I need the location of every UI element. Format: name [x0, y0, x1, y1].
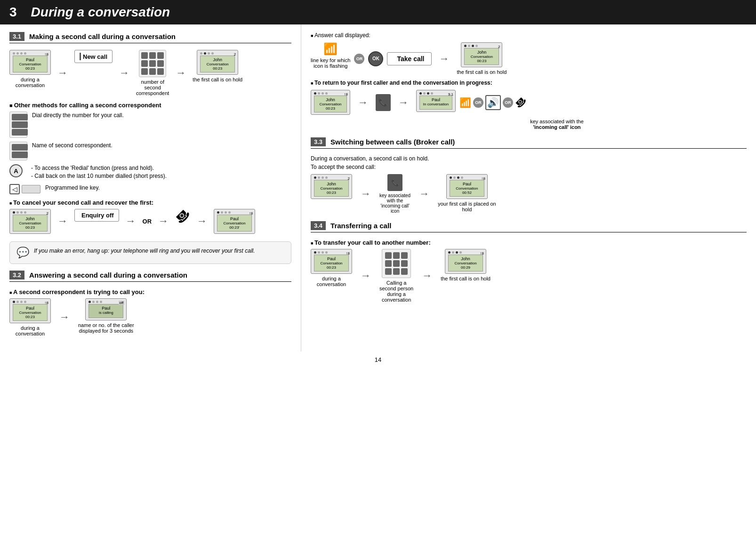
- note-box: 💬 If you make an error, hang up: your te…: [9, 241, 291, 264]
- s34-display-1: ↑8 Paul Conversation 00:23: [311, 249, 352, 274]
- s33-arrow-2: →: [419, 188, 429, 200]
- s33-incoming-key[interactable]: 📞: [387, 174, 402, 191]
- section-34-num: 3.4: [311, 221, 326, 230]
- line-key-label: line key for which icon is flashing: [311, 57, 350, 69]
- section-31-bar: 3.1 Making a second call during a conver…: [9, 32, 291, 43]
- method-1: Dial directly the number for your call.: [9, 112, 291, 138]
- section-31-flow: ↑8 Paul Conversation 00:23 during a conv…: [9, 50, 291, 96]
- cancel-phone-1: 2 John Conversation 00:23: [9, 209, 51, 234]
- return-display-2: 9.1 Paul In conversation: [416, 90, 456, 112]
- section-34-bar: 3.4 Transferring a call: [311, 221, 747, 232]
- or-badge-1: OR: [354, 54, 364, 64]
- section-32: 3.2 Answering a second call during a con…: [9, 271, 291, 336]
- flow-new-call: New call: [74, 50, 113, 63]
- section-number: 3: [9, 5, 17, 20]
- return-arrow-1: →: [358, 96, 368, 109]
- answer-header: Answer call displayed:: [311, 32, 747, 39]
- section-33-bar: 3.3 Switching between calls (Broker call…: [311, 137, 747, 149]
- section-32-title: Answering a second call during a convers…: [29, 271, 187, 279]
- section-32-sub: A second correspondent is trying to call…: [9, 288, 291, 295]
- s34-calling-label: Calling a second person during a convers…: [379, 280, 413, 303]
- method-3-icon: A: [9, 164, 26, 177]
- s32-phone-1: ↑8 Paul Conversation 00:23 during a conv…: [9, 298, 51, 336]
- phone-display-1: ↑8 Paul Conversation 00:23: [9, 50, 51, 75]
- main-content: 3.1 Making a second call during a conver…: [0, 24, 756, 351]
- s33-phone-1: 2 John Conversation 00:23: [311, 174, 352, 199]
- section-34-flow: ↑8 Paul Conversation 00:23 during a conv…: [311, 249, 747, 303]
- s34-label-1: during a conversation: [317, 276, 346, 287]
- hangup-icon-2: ☎: [513, 94, 529, 111]
- s33-display-2: ↑8 Paul Conversation 00:52: [446, 174, 488, 199]
- cancel-arrow-2: →: [126, 215, 136, 227]
- keypad-icon: [139, 50, 166, 77]
- answer-flow: 📶 line key for which icon is flashing OR…: [311, 42, 747, 75]
- section-32-flow: ↑8 Paul Conversation 00:23 during a conv…: [9, 298, 291, 336]
- s32-label-2: name or no. of the caller displayed for …: [78, 322, 134, 334]
- s33-label-2: your first call is placed on hold: [438, 201, 496, 212]
- s33-key-label: key associated with the 'incoming call' …: [379, 193, 410, 214]
- return-screen-1: John Conversation 00:23: [314, 96, 347, 112]
- page-header: 3 During a conversation: [0, 0, 756, 24]
- other-methods-section: Other methods for calling a second corre…: [9, 102, 291, 194]
- arrow-2: →: [119, 67, 129, 79]
- s32-label-1: during a conversation: [16, 325, 45, 336]
- flow-phone-2: 2 John Conversation 00:23 the first call…: [193, 50, 242, 82]
- s32-phone-2: off Paul is calling name or no. of the c…: [78, 298, 134, 334]
- hangup-icon: ☎: [172, 206, 193, 227]
- cancel-screen-2: Paul Conversation 00:23': [217, 215, 252, 232]
- cancel-arrow-3: →: [158, 215, 169, 227]
- method-3-text: - To access the 'Redial' function (press…: [31, 164, 167, 180]
- flow-label-3: the first call is on hold: [193, 77, 242, 82]
- method-1-icon: [9, 112, 27, 138]
- method-3: A - To access the 'Redial' function (pre…: [9, 164, 291, 180]
- s34-arrow-1: →: [361, 270, 371, 282]
- section-33-intro-1: During a conversation, a second call is …: [311, 155, 747, 162]
- ok-nav-button[interactable]: OK: [368, 51, 383, 66]
- incoming-icon-item: 📞: [376, 94, 391, 111]
- s32-screen-1: Paul Conversation 00:23: [13, 304, 48, 321]
- s34-keypad-icon: [382, 249, 411, 278]
- return-arrow-2: →: [398, 96, 409, 109]
- cancel-display-1: 2 John Conversation 00:23: [9, 209, 51, 234]
- new-call-button[interactable]: New call: [74, 50, 113, 63]
- section-title: During a conversation: [31, 5, 170, 20]
- s32-arrow-1: →: [59, 311, 70, 323]
- section-31-num: 3.1: [9, 32, 24, 41]
- enquiry-off-button[interactable]: Enquiry off: [74, 209, 119, 222]
- method-4-text: Programmed line key.: [45, 184, 100, 192]
- section-34-sub: To transfer your call to another number:: [311, 239, 747, 246]
- s33-phone-2: ↑8 Paul Conversation 00:52 your first ca…: [438, 174, 496, 212]
- s32-display-1: ↑8 Paul Conversation 00:23: [9, 298, 51, 323]
- s34-arrow-2: →: [422, 270, 432, 282]
- cancel-phone-2: ↑8 Paul Conversation 00:23': [214, 209, 255, 234]
- section-33: 3.3 Switching between calls (Broker call…: [311, 137, 747, 214]
- section-32-right: Answer call displayed: 📶 line key for wh…: [311, 32, 747, 130]
- ok-button-item: OK: [368, 51, 383, 66]
- wave-items: 📶 OR 🔊 OR ☎: [459, 95, 527, 110]
- right-column: Answer call displayed: 📶 line key for wh…: [301, 24, 756, 351]
- method-1-text: Dial directly the number for your call.: [32, 112, 124, 120]
- section-33-title: Switching between calls (Broker call): [330, 138, 455, 146]
- section-31-title: Making a second call during a conversati…: [29, 32, 176, 40]
- s34-display-2: ↑8 John Conversation 00:29: [445, 249, 486, 274]
- note-icon: 💬: [16, 247, 29, 259]
- return-phone-2: 9.1 Paul In conversation: [416, 90, 456, 112]
- take-call-item: Take call: [387, 52, 431, 65]
- cancel-display-2: ↑8 Paul Conversation 00:23': [214, 209, 255, 234]
- method-4: ◁ Programmed line key.: [9, 184, 291, 194]
- section-33-intro-2: To accept the second call:: [311, 164, 747, 170]
- flow-keypad: number of second correspondent: [136, 50, 169, 96]
- method-2-icon: [9, 142, 27, 160]
- cancel-arrow-4: →: [197, 215, 207, 227]
- or-badge-3: OR: [503, 97, 513, 108]
- flow-label-2: number of second correspondent: [136, 79, 169, 96]
- enquiry-off-item: Enquiry off: [74, 209, 119, 222]
- left-column: 3.1 Making a second call during a conver…: [0, 24, 301, 351]
- take-call-button[interactable]: Take call: [387, 52, 431, 65]
- s32-screen-2: Paul is calling: [88, 304, 123, 318]
- s34-label-2: the first call is on hold: [441, 276, 491, 281]
- cancel-section: To cancel your second call and recover t…: [9, 199, 291, 234]
- s34-screen-2: John Conversation 00:29: [448, 255, 483, 272]
- incoming-icon: 📞: [376, 94, 391, 111]
- cancel-arrow-1: →: [57, 215, 68, 227]
